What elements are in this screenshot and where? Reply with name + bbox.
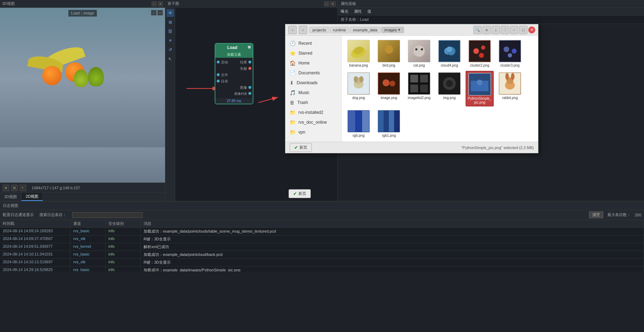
file-cluster2[interactable]: cluster2.png (466, 38, 494, 69)
file-cloud4[interactable]: cloud4.png (435, 38, 463, 69)
nav-forward-btn[interactable]: › (299, 26, 307, 34)
thumb-rgb1 (378, 110, 400, 133)
port-image-out (248, 86, 251, 89)
svg-rect-53 (389, 111, 394, 132)
toolbar-link-btn[interactable]: ⛓ (166, 27, 174, 35)
minimize-btn[interactable]: − (510, 26, 518, 34)
menu-btn[interactable]: ⋮ (501, 26, 509, 34)
sidebar-rvs-doc-online[interactable]: 📁 rvs_doc_online (285, 117, 341, 127)
tab-2d[interactable]: 2D视图 (21, 193, 43, 201)
dialog-file-grid: banana.png bird.png cat.png cloud4.png (342, 36, 538, 142)
middle-panel-maximize[interactable]: □ (324, 1, 329, 6)
file-image[interactable]: image.png (375, 71, 403, 106)
dialog-check-icon: ✔ (294, 145, 298, 150)
dialog-toolbar: 🔍 ≡ ↕ ⋮ − □ ✕ (473, 26, 535, 34)
log-time-6: 2024-08-14 14:29:18.529825 (0, 266, 70, 271)
sidebar-downloads[interactable]: ⬇ Downloads (285, 78, 341, 88)
documents-icon: 📄 (290, 70, 296, 76)
sidebar-vpn[interactable]: 📁 vpn (285, 127, 341, 137)
log-config-btn[interactable]: 配置日志通道显示 (3, 212, 34, 217)
sidebar-rvs-installed2[interactable]: 📁 rvs-installed2 (285, 107, 341, 117)
new-page-label: 新页 (298, 191, 306, 196)
file-cluster3[interactable]: cluster3.png (496, 38, 524, 69)
sidebar-music[interactable]: 🎵 Music (285, 88, 341, 98)
file-rgb-name: rgb.png (353, 134, 365, 137)
sidebar-recent[interactable]: 🕐 Recent (285, 38, 341, 48)
file-rgb1[interactable]: rgb1.png (375, 109, 403, 139)
thumb-dog (347, 72, 370, 95)
log-msg-3: 解析xml已成功 (141, 243, 644, 251)
breadcrumb-runtime[interactable]: runtime (330, 27, 349, 33)
log-level-2: info (106, 235, 141, 243)
sort-btn[interactable]: ↕ (492, 26, 500, 34)
icon-cursor[interactable]: ↖ (20, 185, 26, 191)
file-rabbit[interactable]: rabbit.png (496, 71, 524, 106)
log-row-3: 2024-08-14 14:09:51.936977 rvs_kernel in… (0, 243, 644, 251)
dialog-sidebar: 🕐 Recent ⭐ Starred 🏠 Home 📄 Documents ⬇ … (285, 36, 342, 142)
log-header: 时间戳 通道 安全级别 消息 (0, 220, 644, 228)
toolbar-sparkle-btn[interactable]: ✳ (166, 37, 174, 44)
sidebar-trash[interactable]: 🗑 Trash (285, 98, 341, 107)
dialog-new-page-label: 新页 (299, 145, 307, 150)
thumb-img (438, 72, 461, 95)
file-img[interactable]: img.png (435, 71, 463, 106)
svg-point-19 (504, 47, 509, 52)
file-cluster3-name: cluster3.png (500, 63, 519, 67)
dialog-new-page-button[interactable]: ✔ 新页 (290, 143, 312, 152)
dialog-close-btn[interactable]: ✕ (528, 26, 535, 33)
nav-back-btn[interactable]: ‹ (288, 26, 297, 34)
view-ctrl-btn2[interactable]: □ (157, 10, 163, 16)
log-clear-button[interactable]: 清空 (589, 211, 603, 218)
log-panel: 日志视图 配置日志通道显示 搜索日志条目： 清空 最大条目数： 200 时间戳 … (0, 201, 644, 271)
node-row-5: 图像 (217, 85, 251, 91)
view-bottom: ⊕ ⊞ ↖ 1484x717 r:147 g:148 b:157 (0, 183, 165, 192)
breadcrumb-projects[interactable]: projects (309, 27, 329, 33)
log-channel-6: rvs_basic (70, 266, 106, 271)
toolbar-eye-btn[interactable]: 👁 (166, 9, 174, 17)
sidebar-documents-label: Documents (298, 70, 320, 75)
tab-3d[interactable]: 3D视图 (0, 193, 21, 201)
middle-panel-close[interactable]: ✕ (330, 1, 335, 6)
new-page-button[interactable]: ✔ 新页 (289, 189, 311, 198)
svg-point-44 (505, 73, 509, 80)
sidebar-rvs-installed2-label: rvs-installed2 (298, 110, 323, 115)
log-time-2: 2024-08-14 14:09:27.470567 (0, 235, 70, 243)
node-subtitle: 加载元素 (215, 51, 253, 58)
node-box[interactable]: Load ⊞ 加载元素 启动 结果 失败 文件 (215, 43, 253, 104)
file-imagelist2[interactable]: imagelist2.png (405, 71, 433, 106)
file-rgb[interactable]: rgb.png (345, 109, 373, 139)
file-pythonsimple[interactable]: PythonSimple_pic.png (466, 71, 494, 106)
maximize-btn[interactable]: □ (519, 26, 528, 34)
log-msg-6: 加载成功：example_data/images/PythonSimple_pi… (141, 266, 644, 271)
left-panel-close[interactable]: ✕ (158, 1, 163, 6)
file-banana[interactable]: banana.png (345, 38, 373, 69)
thumb-bird (378, 40, 400, 62)
breadcrumb-example-data[interactable]: example_data (350, 27, 380, 33)
sidebar-documents[interactable]: 📄 Documents (285, 68, 341, 78)
log-search-input[interactable] (72, 212, 143, 218)
prop-title: 属性面板 (341, 1, 356, 6)
log-channel-4: rvs_basic (70, 251, 106, 258)
breadcrumb-images[interactable]: images ▼ (381, 27, 404, 33)
node-row-6: 图像列表 (217, 91, 251, 97)
log-msg-4: 加载成功：example_data/pointcloud/back.pcd (141, 251, 644, 258)
search-btn[interactable]: 🔍 (473, 26, 482, 34)
toolbar-refresh-btn[interactable]: ↺ (166, 46, 174, 54)
sidebar-home[interactable]: 🏠 Home (285, 58, 341, 68)
file-cat[interactable]: cat.png (405, 38, 433, 69)
middle-panel-titlebar: 算子图 □ ✕ (165, 0, 337, 8)
fruit-scene (0, 8, 165, 183)
view-ctrl-btn1[interactable]: □ (151, 10, 157, 16)
left-panel-maximize[interactable]: □ (152, 1, 157, 6)
icon-view1[interactable]: ⊕ (3, 185, 9, 191)
file-bird[interactable]: bird.png (375, 38, 403, 69)
port-fail-out (248, 67, 251, 70)
icon-view2[interactable]: ⊞ (11, 185, 18, 191)
node-expand-icon[interactable]: ⊞ (248, 45, 251, 49)
node-header: Load ⊞ (215, 44, 253, 51)
file-dog[interactable]: dog.png (345, 71, 373, 106)
list-view-btn[interactable]: ≡ (482, 26, 491, 34)
toolbar-frame-btn[interactable]: ⊞ (166, 18, 174, 26)
sidebar-starred[interactable]: ⭐ Starred (285, 48, 341, 58)
toolbar-cursor[interactable]: ↖ (166, 55, 174, 63)
